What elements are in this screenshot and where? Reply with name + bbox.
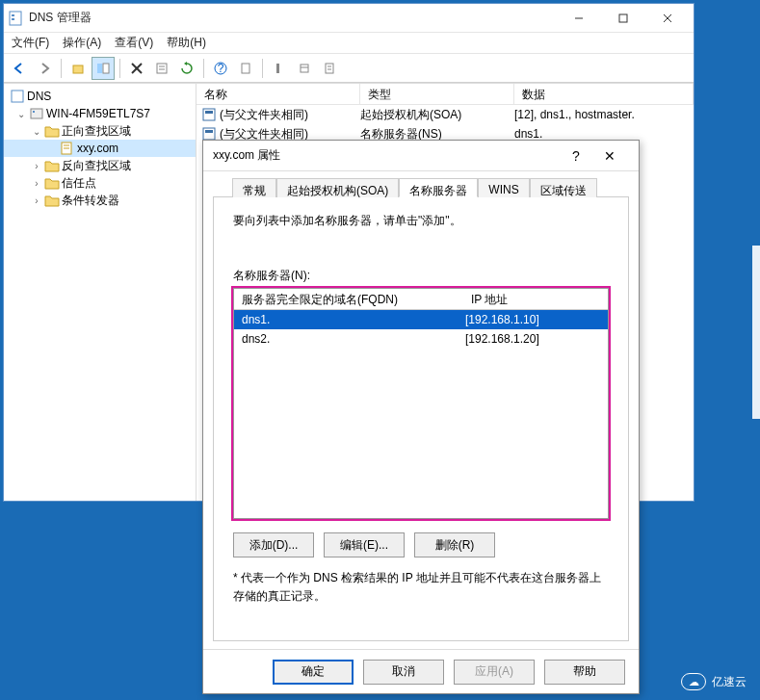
delete-button[interactable] xyxy=(125,57,148,80)
column-ip[interactable]: IP 地址 xyxy=(463,289,608,309)
tree-conditional-forwarders[interactable]: › 条件转发器 xyxy=(4,192,196,209)
minimize-button[interactable] xyxy=(557,5,601,32)
tree-reverse-zones[interactable]: › 反向查找区域 xyxy=(4,157,196,174)
window-title: DNS 管理器 xyxy=(29,10,557,26)
svg-rect-4 xyxy=(619,14,627,22)
tree-pane[interactable]: DNS ⌄ WIN-4FM59ETL7S7 ⌄ 正向查找区域 xxy.com ›… xyxy=(4,84,197,501)
record-icon xyxy=(202,127,216,141)
ns-row[interactable]: dns2. [192.168.1.20] xyxy=(234,329,608,349)
tab-strip: 常规 起始授权机构(SOA) 名称服务器 WINS 区域传送 xyxy=(203,171,639,196)
ns-row[interactable]: dns1. [192.168.1.10] xyxy=(234,310,608,329)
svg-text:?: ? xyxy=(218,62,224,75)
watermark-text: 亿速云 xyxy=(712,674,747,690)
expand-icon[interactable]: ⌄ xyxy=(15,109,27,119)
ns-button-row: 添加(D)... 编辑(E)... 删除(R) xyxy=(233,532,609,557)
svg-rect-12 xyxy=(157,64,167,73)
folder-icon xyxy=(44,175,60,191)
tree-root-label: DNS xyxy=(27,90,51,103)
help-button[interactable]: 帮助 xyxy=(544,660,625,685)
forward-button[interactable] xyxy=(33,57,56,80)
properties-button[interactable] xyxy=(150,57,173,80)
toolbar-separator xyxy=(61,59,62,78)
tree-item-label: 正向查找区域 xyxy=(62,123,131,140)
properties-dialog: xxy.com 属性 ? ✕ 常规 起始授权机构(SOA) 名称服务器 WINS… xyxy=(202,140,640,694)
tree-forward-zones[interactable]: ⌄ 正向查找区域 xyxy=(4,122,196,140)
dialog-titlebar[interactable]: xxy.com 属性 ? ✕ xyxy=(203,141,639,171)
tab-general[interactable]: 常规 xyxy=(232,178,276,197)
menu-action[interactable]: 操作(A) xyxy=(63,35,101,51)
cell-fqdn: dns2. xyxy=(242,332,465,346)
ok-button[interactable]: 确定 xyxy=(273,660,354,685)
tree-root[interactable]: DNS xyxy=(4,88,196,105)
cell-fqdn: dns1. xyxy=(242,313,465,326)
menu-view[interactable]: 查看(V) xyxy=(115,35,153,51)
dialog-title: xxy.com 属性 xyxy=(213,147,562,164)
up-button[interactable] xyxy=(66,57,90,80)
edit-button[interactable]: 编辑(E)... xyxy=(324,532,405,557)
record-icon xyxy=(202,108,216,121)
expand-icon[interactable]: › xyxy=(31,195,42,206)
expand-icon[interactable]: › xyxy=(31,161,42,171)
tree-item-label: 反向查找区域 xyxy=(62,158,131,174)
svg-rect-21 xyxy=(326,64,333,73)
svg-rect-0 xyxy=(10,12,21,25)
cell-name: (与父文件夹相同) xyxy=(220,107,308,123)
maximize-button[interactable] xyxy=(601,5,645,32)
dialog-help-button[interactable]: ? xyxy=(562,148,590,164)
expand-icon[interactable]: ⌄ xyxy=(31,126,42,137)
help-button[interactable]: ? xyxy=(209,57,232,80)
column-fqdn[interactable]: 服务器完全限定的域名(FQDN) xyxy=(234,289,463,309)
watermark: ☁ 亿速云 xyxy=(681,673,747,690)
svg-rect-31 xyxy=(205,111,213,114)
new-record-button[interactable] xyxy=(234,57,257,80)
tool-a-button[interactable] xyxy=(268,57,291,80)
list-row[interactable]: (与父文件夹相同) 起始授权机构(SOA) [12], dns1., hostm… xyxy=(197,105,694,124)
cancel-button[interactable]: 取消 xyxy=(363,660,444,685)
column-name[interactable]: 名称 xyxy=(197,84,360,104)
tab-zone-transfer[interactable]: 区域传送 xyxy=(530,178,597,197)
tree-item-label: 条件转发器 xyxy=(62,193,119,209)
tree-trust-points[interactable]: › 信任点 xyxy=(4,174,196,192)
cell-ip: [192.168.1.10] xyxy=(465,313,600,326)
svg-rect-26 xyxy=(33,111,35,113)
tool-b-button[interactable] xyxy=(293,57,316,80)
svg-rect-7 xyxy=(73,65,83,73)
dialog-close-button[interactable]: ✕ xyxy=(590,148,629,164)
add-button[interactable]: 添加(D)... xyxy=(233,532,314,557)
svg-rect-17 xyxy=(242,64,249,73)
svg-rect-8 xyxy=(97,64,102,73)
taskbar-edge xyxy=(752,246,760,419)
tab-wins[interactable]: WINS xyxy=(478,178,529,197)
apply-button[interactable]: 应用(A) xyxy=(454,660,535,685)
tab-soa[interactable]: 起始授权机构(SOA) xyxy=(276,178,399,197)
menu-bar: 文件(F) 操作(A) 查看(V) 帮助(H) xyxy=(4,33,694,54)
column-data[interactable]: 数据 xyxy=(514,84,694,104)
tab-name-servers[interactable]: 名称服务器 xyxy=(399,178,478,197)
svg-rect-24 xyxy=(12,91,23,102)
show-tree-button[interactable] xyxy=(92,57,115,80)
watermark-icon: ☁ xyxy=(681,673,706,690)
refresh-button[interactable] xyxy=(175,57,198,80)
window-titlebar: DNS 管理器 xyxy=(4,4,694,33)
svg-rect-1 xyxy=(12,14,14,16)
name-server-table[interactable]: 服务器完全限定的域名(FQDN) IP 地址 dns1. [192.168.1.… xyxy=(233,288,609,519)
tool-c-button[interactable] xyxy=(318,57,341,80)
list-header: 名称 类型 数据 xyxy=(197,84,694,105)
cell-data: dns1. xyxy=(514,127,694,141)
footnote-text: * 代表一个作为 DNS 检索结果的 IP 地址并且可能不代表在这台服务器上存储… xyxy=(233,569,609,606)
remove-button[interactable]: 删除(R) xyxy=(414,532,495,557)
back-button[interactable] xyxy=(8,57,31,80)
folder-icon xyxy=(44,123,60,139)
app-icon xyxy=(8,11,23,26)
tree-server[interactable]: ⌄ WIN-4FM59ETL7S7 xyxy=(4,105,196,122)
tree-zone-xxy[interactable]: xxy.com xyxy=(4,140,196,157)
toolbar-separator xyxy=(203,59,204,78)
svg-rect-9 xyxy=(103,64,109,73)
menu-file[interactable]: 文件(F) xyxy=(12,35,49,51)
hint-text: 要向列表中添加名称服务器，请单击"添加"。 xyxy=(233,213,609,229)
close-button[interactable] xyxy=(645,5,690,32)
tree-item-label: 信任点 xyxy=(62,175,96,192)
menu-help[interactable]: 帮助(H) xyxy=(167,35,206,51)
column-type[interactable]: 类型 xyxy=(360,84,514,104)
expand-icon[interactable]: › xyxy=(31,178,42,189)
